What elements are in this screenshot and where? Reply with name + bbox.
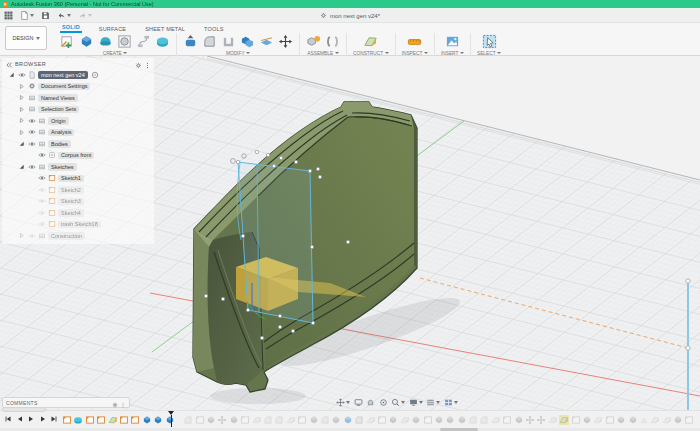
expand-arrow-icon[interactable] [18, 232, 26, 239]
sketch-point[interactable] [686, 279, 690, 283]
timeline-feature-form[interactable] [73, 415, 83, 425]
timeline-feature-extrude-suppressed[interactable] [206, 415, 216, 425]
browser-item-corpus-front[interactable]: Corpus front [2, 150, 154, 162]
timeline-feature-sketch-suppressed[interactable] [297, 415, 307, 425]
browser-item-label[interactable]: Sketch1 [58, 175, 84, 183]
form-button[interactable] [155, 34, 170, 49]
browser-item-label[interactable]: Analysis [48, 129, 74, 137]
orbit-button[interactable] [379, 398, 388, 407]
timeline-feature-plane-suppressed[interactable] [593, 415, 603, 425]
timeline-feature-fillet-suppressed[interactable] [354, 415, 364, 425]
step-forward-button[interactable] [39, 415, 47, 423]
timeline-feature-extrude-suppressed[interactable] [411, 415, 421, 425]
timeline-feature-extrude-suppressed[interactable] [457, 415, 467, 425]
browser-item-sketch3[interactable]: Sketch3 [2, 196, 154, 208]
new-component-button[interactable] [306, 34, 321, 49]
timeline-feature-sketch-suppressed[interactable] [423, 415, 433, 425]
browser-item-label[interactable]: Document Settings [38, 83, 90, 91]
group-label[interactable]: CONSTRUCT [353, 51, 389, 56]
timeline-feature-extrude-suppressed[interactable] [343, 415, 353, 425]
zoom-button[interactable] [391, 398, 405, 407]
look-at-button[interactable] [354, 398, 363, 407]
timeline-feature-plane-suppressed[interactable] [559, 415, 569, 425]
shell-button[interactable] [221, 34, 236, 49]
play-button[interactable] [27, 415, 35, 423]
browser-item-label[interactable]: Sketch4 [58, 209, 84, 217]
browser-item-label[interactable]: Sketch3 [58, 198, 84, 206]
browser-item-label[interactable]: Bodies [48, 140, 71, 148]
visibility-eye-icon[interactable] [28, 117, 36, 125]
timeline-feature-extrude-suppressed[interactable] [331, 415, 341, 425]
timeline-feature-plane-suppressed[interactable] [252, 415, 262, 425]
visibility-eye-icon[interactable] [38, 197, 46, 205]
timeline-feature-extrude-suppressed[interactable] [673, 415, 683, 425]
document-tab[interactable]: mon next gen v24* [0, 8, 700, 23]
timeline-feature-sketch-suppressed[interactable] [240, 415, 250, 425]
collapse-arrow-icon[interactable] [18, 163, 26, 170]
comments-panel[interactable]: COMMENTS [2, 397, 130, 408]
timeline-feature-move-suppressed[interactable] [525, 415, 535, 425]
browser-item-sketch1[interactable]: Sketch1 [2, 173, 154, 185]
timeline-feature-plane-suppressed[interactable] [286, 415, 296, 425]
timeline-feature-plane-suppressed[interactable] [366, 415, 376, 425]
timeline-feature-sketch-suppressed[interactable] [684, 415, 694, 425]
timeline-feature-extrude-suppressed[interactable] [514, 415, 524, 425]
timeline-feature-plane-suppressed[interactable] [400, 415, 410, 425]
timeline-feature-extrude-suppressed[interactable] [582, 415, 592, 425]
grid-settings-button[interactable] [426, 398, 440, 407]
fillet-button[interactable] [202, 34, 217, 49]
timeline-feature-warn-suppressed[interactable] [639, 415, 649, 425]
browser-item-label[interactable]: Construction [48, 232, 85, 240]
timeline-feature-plane-suppressed[interactable] [491, 415, 501, 425]
browser-item-document-settings[interactable]: Document Settings [2, 81, 154, 93]
tab-solid[interactable]: SOLID [60, 24, 82, 33]
timeline-feature-fillet-suppressed[interactable] [263, 415, 273, 425]
sketch-point[interactable] [686, 346, 690, 350]
timeline-feature-extrude[interactable] [142, 415, 152, 425]
timeline-feature-sketch[interactable] [85, 415, 95, 425]
timeline-feature-extrude-suppressed[interactable] [229, 415, 239, 425]
timeline-feature-sketch[interactable] [130, 415, 140, 425]
timeline-feature-extrude-suppressed[interactable] [388, 415, 398, 425]
visibility-eye-icon[interactable] [38, 220, 46, 228]
insert-image-button[interactable] [445, 34, 460, 49]
timeline-feature-sketch-suppressed[interactable] [195, 415, 205, 425]
expand-arrow-icon[interactable] [18, 94, 26, 101]
timeline-feature-move-suppressed[interactable] [217, 415, 227, 425]
extrude-button[interactable] [79, 34, 94, 49]
measure-button[interactable] [407, 34, 422, 49]
browser-item-label[interactable]: Sketch2 [58, 186, 84, 194]
move-button[interactable] [278, 34, 293, 49]
sweep-button[interactable] [117, 34, 132, 49]
expand-arrow-icon[interactable] [18, 83, 26, 90]
timeline-feature-fillet-suppressed[interactable] [183, 415, 193, 425]
visibility-eye-icon[interactable] [38, 186, 46, 194]
browser-item-label[interactable]: Sketches [48, 163, 77, 171]
browser-item-label[interactable]: Named Views [38, 94, 78, 102]
split-button[interactable] [259, 34, 274, 49]
timeline-feature-sketch[interactable] [62, 415, 72, 425]
timeline-feature-extrude-suppressed[interactable] [434, 415, 444, 425]
timeline-feature-sketch-suppressed[interactable] [571, 415, 581, 425]
visibility-eye-icon[interactable] [18, 71, 26, 79]
timeline-feature-extrude[interactable] [153, 415, 163, 425]
visibility-eye-icon[interactable] [38, 151, 46, 159]
group-label[interactable]: CREATE [103, 51, 128, 56]
timeline-playhead[interactable] [168, 411, 175, 427]
visibility-eye-icon[interactable] [28, 128, 36, 136]
go-to-end-button[interactable] [50, 415, 58, 423]
browser-item-construction[interactable]: Construction [2, 230, 154, 242]
browser-item-origin[interactable]: Origin [2, 115, 154, 127]
comments-gear-icon[interactable] [112, 394, 118, 412]
browser-item-trash-sketch18[interactable]: trash Sketch18 [2, 219, 154, 231]
timeline-feature-plane[interactable] [108, 415, 118, 425]
collapse-arrow-icon[interactable] [18, 140, 26, 147]
viewports-button[interactable] [444, 398, 458, 407]
tab-sheet-metal[interactable]: SHEET METAL [143, 26, 187, 33]
timeline-feature-sketch[interactable] [119, 415, 129, 425]
comments-more-icon[interactable] [120, 394, 126, 412]
loft-button[interactable] [136, 34, 151, 49]
sync-icon[interactable] [91, 71, 99, 79]
timeline-feature-fillet-suppressed[interactable] [479, 415, 489, 425]
display-settings-button[interactable] [409, 398, 423, 407]
